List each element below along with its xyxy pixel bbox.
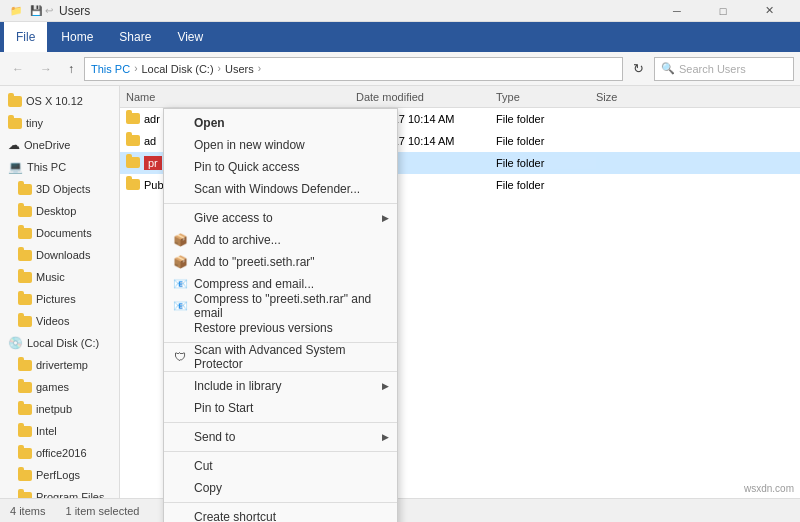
item-selected: 1 item selected [65, 505, 139, 517]
ctx-separator-3 [164, 371, 397, 372]
folder-icon [18, 272, 32, 283]
nav-pane: OS X 10.12 tiny ☁ OneDrive 💻 This PC 3D … [0, 86, 120, 498]
folder-icon [18, 382, 32, 393]
col-header-size[interactable]: Size [596, 91, 676, 103]
nav-item-desktop[interactable]: Desktop [0, 200, 119, 222]
col-header-type[interactable]: Type [496, 91, 596, 103]
ctx-send-to[interactable]: Send to [164, 426, 397, 448]
status-bar: 4 items 1 item selected [0, 498, 800, 522]
ctx-give-access[interactable]: Give access to [164, 207, 397, 229]
ctx-pin-quick-access[interactable]: Pin to Quick access [164, 156, 397, 178]
drive-icon: 💿 [8, 336, 23, 350]
folder-icon [126, 157, 140, 168]
nav-item-intel[interactable]: Intel [0, 420, 119, 442]
quick-access-icons: 💾 ↩ [30, 5, 53, 16]
nav-item-perflogs[interactable]: PerfLogs [0, 464, 119, 486]
nav-item-3dobjects[interactable]: 3D Objects [0, 178, 119, 200]
ribbon-tab-view[interactable]: View [165, 22, 215, 52]
ribbon-tab-file[interactable]: File [4, 22, 47, 52]
ctx-create-shortcut[interactable]: Create shortcut [164, 506, 397, 522]
file-list-header: Name Date modified Type Size [120, 86, 800, 108]
context-menu: Open Open in new window Pin to Quick acc… [163, 108, 398, 522]
folder-icon [18, 404, 32, 415]
archive-icon-2: 📦 [172, 254, 188, 270]
nav-item-videos[interactable]: Videos [0, 310, 119, 332]
window-title: Users [59, 4, 90, 18]
ctx-compress-preeti-email[interactable]: 📧 Compress to "preeti.seth.rar" and emai… [164, 295, 397, 317]
folder-icon [126, 135, 140, 146]
nav-item-osx[interactable]: OS X 10.12 [0, 90, 119, 112]
forward-button[interactable]: → [34, 56, 58, 82]
address-users: Users [225, 63, 254, 75]
ribbon-tab-share[interactable]: Share [107, 22, 163, 52]
up-button[interactable]: ↑ [62, 56, 80, 82]
search-box[interactable]: 🔍 Search Users [654, 57, 794, 81]
save-icon: 💾 [30, 5, 42, 16]
nav-item-documents[interactable]: Documents [0, 222, 119, 244]
ctx-restore-versions[interactable]: Restore previous versions [164, 317, 397, 339]
folder-icon [126, 113, 140, 124]
nav-item-drivertemp[interactable]: drivertemp [0, 354, 119, 376]
nav-item-inetpub[interactable]: inetpub [0, 398, 119, 420]
minimize-button[interactable]: ─ [654, 0, 700, 22]
nav-item-downloads[interactable]: Downloads [0, 244, 119, 266]
ctx-scan-asp[interactable]: 🛡 Scan with Advanced System Protector [164, 346, 397, 368]
nav-item-pictures[interactable]: Pictures [0, 288, 119, 310]
watermark: wsxdn.com [744, 483, 794, 494]
address-sep3: › [258, 63, 261, 74]
ribbon-tab-home[interactable]: Home [49, 22, 105, 52]
title-bar-left: 📁 💾 ↩ Users [8, 3, 90, 19]
folder-icon [8, 118, 22, 129]
ctx-separator-4 [164, 422, 397, 423]
ctx-include-library[interactable]: Include in library [164, 375, 397, 397]
ctx-separator-5 [164, 451, 397, 452]
address-local-disk: Local Disk (C:) [141, 63, 213, 75]
folder-icon [18, 448, 32, 459]
address-sep1: › [134, 63, 137, 74]
ctx-open[interactable]: Open [164, 112, 397, 134]
ctx-cut[interactable]: Cut [164, 455, 397, 477]
search-placeholder: Search Users [679, 63, 746, 75]
nav-item-tiny[interactable]: tiny [0, 112, 119, 134]
folder-icon [18, 426, 32, 437]
ctx-separator-6 [164, 502, 397, 503]
nav-item-office2016[interactable]: office2016 [0, 442, 119, 464]
folder-icon [8, 96, 22, 107]
address-sep2: › [218, 63, 221, 74]
folder-icon [18, 250, 32, 261]
address-bar[interactable]: This PC › Local Disk (C:) › Users › [84, 57, 623, 81]
nav-item-music[interactable]: Music [0, 266, 119, 288]
nav-item-localdisk[interactable]: 💿 Local Disk (C:) [0, 332, 119, 354]
ctx-pin-start[interactable]: Pin to Start [164, 397, 397, 419]
refresh-button[interactable]: ↻ [627, 56, 650, 82]
nav-item-programfiles[interactable]: Program Files [0, 486, 119, 498]
cloud-icon: ☁ [8, 138, 20, 152]
folder-icon [126, 179, 140, 190]
close-button[interactable]: ✕ [746, 0, 792, 22]
col-header-date[interactable]: Date modified [356, 91, 496, 103]
folder-icon [18, 360, 32, 371]
col-header-name[interactable]: Name [126, 91, 356, 103]
title-bar: 📁 💾 ↩ Users ─ □ ✕ [0, 0, 800, 22]
ctx-add-archive[interactable]: 📦 Add to archive... [164, 229, 397, 251]
app-icon: 📁 [8, 3, 24, 19]
nav-item-thispc[interactable]: 💻 This PC [0, 156, 119, 178]
main-area: OS X 10.12 tiny ☁ OneDrive 💻 This PC 3D … [0, 86, 800, 498]
pc-icon: 💻 [8, 160, 23, 174]
ctx-add-preeti-rar[interactable]: 📦 Add to "preeti.seth.rar" [164, 251, 397, 273]
ribbon: File Home Share View [0, 22, 800, 52]
ctx-open-new-window[interactable]: Open in new window [164, 134, 397, 156]
nav-item-onedrive[interactable]: ☁ OneDrive [0, 134, 119, 156]
address-this-pc: This PC [91, 63, 130, 75]
back-button[interactable]: ← [6, 56, 30, 82]
item-count: 4 items [10, 505, 45, 517]
compress-email-icon: 📧 [172, 276, 188, 292]
nav-item-games[interactable]: games [0, 376, 119, 398]
folder-icon [18, 228, 32, 239]
ctx-separator-1 [164, 203, 397, 204]
ctx-copy[interactable]: Copy [164, 477, 397, 499]
search-icon: 🔍 [661, 62, 675, 75]
maximize-button[interactable]: □ [700, 0, 746, 22]
ctx-scan-defender[interactable]: Scan with Windows Defender... [164, 178, 397, 200]
archive-icon: 📦 [172, 232, 188, 248]
